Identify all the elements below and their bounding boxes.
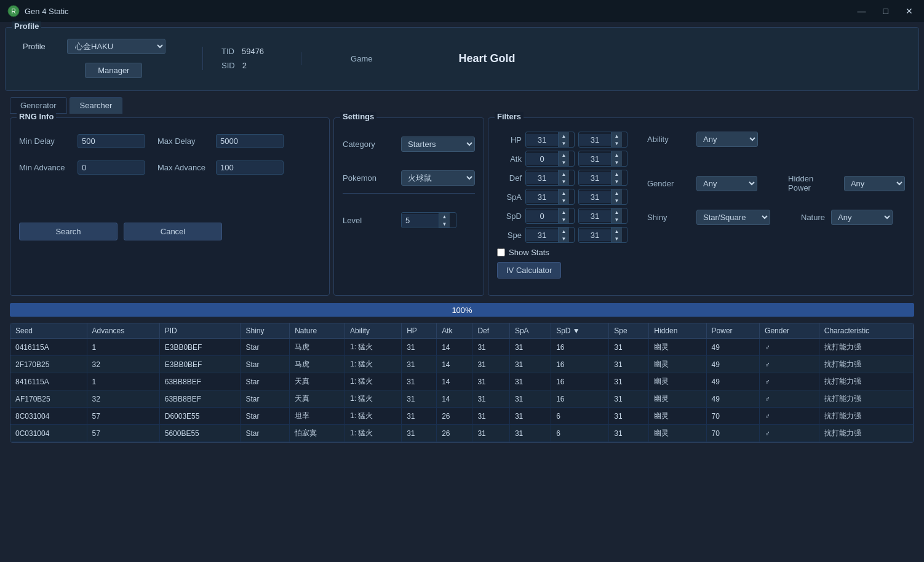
show-stats-checkbox[interactable]: [497, 248, 505, 256]
spd-min-input[interactable]: [526, 210, 558, 222]
spe-min-input[interactable]: [526, 229, 558, 241]
table-cell: 31: [609, 339, 649, 356]
hp-max-spin[interactable]: ▲▼: [578, 132, 627, 148]
filters-title: Filters: [495, 112, 524, 121]
table-cell: 6: [551, 408, 609, 425]
atk-max-input[interactable]: [579, 153, 611, 165]
table-cell: 14: [437, 390, 472, 408]
table-row[interactable]: AF170B253263BB8BEFStar天真1: 猛火31143131163…: [10, 390, 914, 408]
spd-max-spin[interactable]: ▲▼: [578, 208, 627, 224]
ability-select[interactable]: Any: [696, 132, 758, 147]
table-cell: ♂: [760, 356, 819, 373]
spe-max-spin[interactable]: ▲▼: [578, 227, 627, 243]
min-delay-row: Min Delay: [19, 134, 145, 148]
table-cell: 26: [437, 425, 472, 442]
spd-max-input[interactable]: [579, 210, 611, 222]
spa-min-input[interactable]: [526, 191, 558, 203]
titlebar-left: R Gen 4 Static: [7, 5, 69, 17]
cancel-button[interactable]: Cancel: [124, 223, 222, 240]
spe-max-input[interactable]: [579, 229, 611, 241]
def-max-input[interactable]: [579, 172, 611, 184]
profile-select[interactable]: 心金HAKU: [67, 39, 165, 54]
col-gender: Gender: [760, 323, 819, 339]
nature-select[interactable]: Any: [831, 210, 893, 225]
maximize-button[interactable]: □: [880, 5, 892, 17]
spa-max-spin[interactable]: ▲▼: [578, 189, 627, 205]
table-row[interactable]: 8C03100457D6003E55Star坦率1: 猛火31263131631…: [10, 408, 914, 425]
minimize-button[interactable]: —: [854, 5, 870, 17]
table-cell: 16: [551, 356, 609, 373]
app-title: Gen 4 Static: [25, 7, 69, 16]
manager-button[interactable]: Manager: [85, 63, 142, 78]
hp-min-up[interactable]: ▲: [558, 132, 569, 140]
pokemon-select[interactable]: 火球鼠: [401, 170, 475, 186]
table-cell: 2F170B25: [10, 356, 87, 373]
tab-generator[interactable]: Generator: [10, 97, 67, 114]
table-cell: 幽灵: [649, 408, 706, 425]
atk-min-spin[interactable]: ▲▼: [525, 151, 575, 167]
table-header-row: Seed Advances PID Shiny Nature Ability H…: [10, 323, 914, 339]
table-cell: 1: 猛火: [345, 373, 402, 390]
filters-box: Filters HP ▲▼ ▲▼: [488, 117, 914, 296]
hp-max-up[interactable]: ▲: [611, 132, 622, 140]
atk-max-spin[interactable]: ▲▼: [578, 151, 627, 167]
game-label: Game: [351, 54, 372, 63]
hp-min-input[interactable]: [526, 134, 558, 146]
spa-min-spin[interactable]: ▲▼: [525, 189, 575, 205]
table-cell: 8416115A: [10, 373, 87, 390]
hp-min-spin[interactable]: ▲▼: [525, 132, 575, 148]
table-row[interactable]: 8416115A163BB8BEFStar天真1: 猛火311431311631…: [10, 373, 914, 390]
def-max-spin[interactable]: ▲▼: [578, 170, 627, 186]
level-down-btn[interactable]: ▼: [439, 220, 450, 228]
hp-max-input[interactable]: [579, 134, 611, 146]
search-button[interactable]: Search: [19, 223, 117, 240]
hidden-power-select[interactable]: Any: [844, 176, 905, 191]
table-row[interactable]: 0416115A1E3BB0BEFStar马虎1: 猛火311431311631…: [10, 339, 914, 356]
hp-min-down[interactable]: ▼: [558, 140, 569, 147]
table-cell: 31: [609, 356, 649, 373]
table-cell: 幽灵: [649, 356, 706, 373]
close-button[interactable]: ✕: [902, 5, 917, 17]
shiny-select[interactable]: Star/Square: [696, 210, 770, 225]
level-up-btn[interactable]: ▲: [439, 213, 450, 220]
max-advance-input[interactable]: [216, 160, 284, 175]
table-cell: Star: [241, 408, 290, 425]
table-cell: 49: [706, 390, 759, 408]
table-cell: 57: [87, 408, 159, 425]
table-cell: 49: [706, 339, 759, 356]
table-cell: 幽灵: [649, 425, 706, 442]
iv-grid: HP ▲▼ ▲▼ Atk: [497, 132, 627, 279]
spe-min-spin[interactable]: ▲▼: [525, 227, 575, 243]
table-row[interactable]: 2F170B2532E3BB0BEFStar马虎1: 猛火31143131163…: [10, 356, 914, 373]
spa-max-input[interactable]: [579, 191, 611, 203]
table-cell: 31: [509, 339, 551, 356]
table-cell: 63BB8BEF: [159, 390, 241, 408]
tab-searcher[interactable]: Searcher: [70, 97, 123, 114]
pokemon-label: Pokemon: [343, 173, 395, 183]
iv-calculator-button[interactable]: IV Calculator: [497, 262, 561, 279]
min-advance-input[interactable]: [78, 160, 145, 175]
spd-min-spin[interactable]: ▲▼: [525, 208, 575, 224]
table-cell: 天真: [290, 373, 345, 390]
table-cell: 1: 猛火: [345, 356, 402, 373]
table-row[interactable]: 0C031004575600BE55Star怕寂寞1: 猛火3126313163…: [10, 425, 914, 442]
table-cell: 幽灵: [649, 373, 706, 390]
table-scroll[interactable]: Seed Advances PID Shiny Nature Ability H…: [10, 323, 914, 442]
profile-label: Profile: [23, 42, 60, 51]
level-spinner[interactable]: ▲ ▼: [401, 212, 456, 228]
def-min-input[interactable]: [526, 172, 558, 184]
table-cell: 31: [402, 408, 437, 425]
table-cell: 0C031004: [10, 425, 87, 442]
category-select[interactable]: Starters: [401, 137, 475, 152]
level-input[interactable]: [402, 214, 439, 227]
sid-label: SID: [221, 61, 235, 70]
max-delay-input[interactable]: [216, 134, 284, 148]
table-cell: 5600BE55: [159, 425, 241, 442]
atk-min-input[interactable]: [526, 153, 558, 165]
def-min-spin[interactable]: ▲▼: [525, 170, 575, 186]
gender-select[interactable]: Any: [696, 176, 757, 191]
progress-text: 100%: [452, 306, 472, 315]
level-row: Level ▲ ▼: [343, 212, 475, 228]
hp-max-down[interactable]: ▼: [611, 140, 622, 147]
min-delay-input[interactable]: [78, 134, 145, 148]
